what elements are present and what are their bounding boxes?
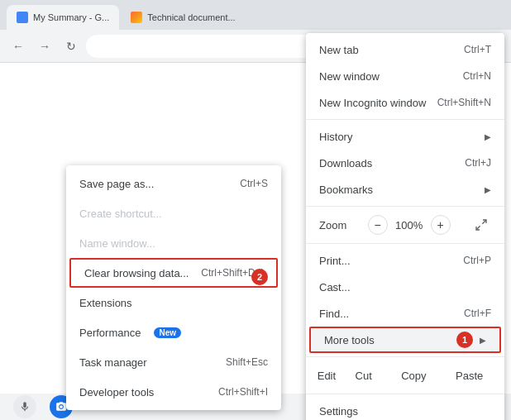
paste-button[interactable]: Paste: [442, 366, 496, 385]
menu-item-history[interactable]: History ▶: [306, 123, 504, 150]
submenu-performance-left: Performance New: [79, 327, 181, 339]
back-icon: ←: [12, 40, 24, 53]
copy-button[interactable]: Copy: [388, 366, 439, 385]
menu-divider-2: [306, 206, 504, 207]
menu-label-settings: Settings: [319, 405, 358, 418]
tab-bar: My Summary - G... Technical document...: [0, 0, 511, 30]
menu-divider-4: [306, 356, 504, 357]
menu-divider-1: [306, 119, 504, 120]
menu-shortcut-find: Ctrl+F: [464, 308, 491, 319]
submenu-item-create-shortcut[interactable]: Create shortcut...: [66, 198, 281, 228]
menu-item-downloads[interactable]: Downloads Ctrl+J: [306, 150, 504, 176]
submenu-label-clear-browsing: Clear browsing data...: [84, 267, 189, 279]
performance-new-badge: New: [154, 327, 181, 338]
menu-label-print: Print...: [319, 255, 351, 267]
menu-item-bookmarks[interactable]: Bookmarks ▶: [306, 176, 504, 203]
clear-browsing-badge: 2: [251, 269, 268, 285]
submenu-shortcut-task-manager: Shift+Esc: [226, 356, 268, 368]
reload-icon: ↻: [66, 40, 76, 53]
submenu-label-create-shortcut: Create shortcut...: [79, 208, 162, 220]
menu-label-bookmarks: Bookmarks: [319, 184, 373, 196]
menu-shortcut-new-tab: Ctrl+T: [464, 44, 491, 55]
chrome-menu: New tab Ctrl+T New window Ctrl+N New Inc…: [306, 33, 504, 420]
menu-shortcut-new-window: Ctrl+N: [463, 70, 491, 82]
zoom-row: Zoom − 100% +: [306, 210, 504, 240]
menu-divider-5: [306, 394, 504, 394]
submenu-item-developer-tools[interactable]: Developer tools Ctrl+Shift+I: [66, 377, 281, 407]
submenu-label-name-window: Name window...: [79, 237, 155, 250]
submenu-label-performance: Performance: [79, 327, 141, 339]
menu-item-cast[interactable]: Cast...: [306, 274, 504, 300]
submenu-label-developer-tools: Developer tools: [79, 386, 154, 399]
zoom-fullscreen-button[interactable]: [471, 215, 491, 235]
zoom-controls: − 100% +: [368, 215, 451, 235]
back-button[interactable]: ←: [7, 35, 30, 58]
submenu-shortcut-developer-tools: Ctrl+Shift+I: [218, 386, 268, 398]
browser-frame: My Summary - G... Technical document... …: [0, 0, 511, 420]
menu-label-new-window: New window: [319, 70, 380, 83]
forward-icon: →: [39, 40, 50, 53]
mic-button[interactable]: [13, 395, 36, 418]
edit-row: Edit Cut Copy Paste: [306, 360, 504, 390]
menu-arrow-bookmarks: ▶: [485, 185, 491, 194]
menu-shortcut-new-incognito: Ctrl+Shift+N: [437, 97, 491, 108]
tab-2[interactable]: Technical document...: [121, 5, 245, 30]
menu-item-find[interactable]: Find... Ctrl+F: [306, 300, 504, 327]
svg-line-4: [476, 226, 480, 230]
menu-arrow-history: ▶: [485, 132, 491, 141]
submenu-label-extensions: Extensions: [79, 297, 132, 309]
tab-1-favicon: [17, 12, 28, 23]
menu-arrow-more-tools: ▶: [480, 336, 486, 345]
tab-1-title: My Summary - G...: [33, 12, 109, 22]
submenu-label-save-page: Save page as...: [79, 178, 154, 190]
submenu-item-task-manager[interactable]: Task manager Shift+Esc: [66, 347, 281, 377]
submenu-item-extensions[interactable]: Extensions: [66, 288, 281, 317]
menu-divider-3: [306, 243, 504, 244]
submenu-shortcut-save-page: Ctrl+S: [240, 178, 268, 189]
submenu-item-performance[interactable]: Performance New: [66, 317, 281, 347]
zoom-value: 100%: [391, 219, 427, 231]
menu-item-more-tools[interactable]: More tools 1 ▶: [309, 327, 501, 353]
menu-item-new-tab[interactable]: New tab Ctrl+T: [306, 36, 504, 63]
forward-button[interactable]: →: [33, 35, 56, 58]
svg-line-3: [482, 220, 486, 224]
submenu-item-clear-browsing[interactable]: Clear browsing data... Ctrl+Shift+Del 2: [69, 258, 278, 288]
submenu-item-name-window[interactable]: Name window...: [66, 228, 281, 258]
zoom-plus-button[interactable]: +: [431, 215, 451, 235]
edit-label: Edit: [314, 370, 339, 382]
more-tools-badge: 1: [456, 332, 473, 348]
menu-label-history: History: [319, 131, 352, 143]
menu-label-downloads: Downloads: [319, 157, 372, 169]
menu-label-new-incognito: New Incognito window: [319, 97, 426, 109]
menu-shortcut-downloads: Ctrl+J: [465, 157, 491, 169]
menu-label-find: Find...: [319, 308, 349, 320]
submenu-label-task-manager: Task manager: [79, 356, 147, 369]
tab-1[interactable]: My Summary - G...: [7, 5, 119, 30]
menu-item-settings[interactable]: Settings: [306, 398, 504, 420]
zoom-label: Zoom: [319, 219, 346, 231]
menu-label-more-tools: More tools: [324, 334, 375, 346]
tab-2-favicon: [131, 12, 142, 23]
cut-button[interactable]: Cut: [342, 366, 385, 385]
svg-point-2: [60, 405, 63, 408]
menu-shortcut-print: Ctrl+P: [463, 255, 491, 266]
menu-label-cast: Cast...: [319, 281, 351, 294]
menu-label-new-tab: New tab: [319, 44, 359, 56]
submenu-item-save-page[interactable]: Save page as... Ctrl+S: [66, 169, 281, 198]
menu-item-new-window[interactable]: New window Ctrl+N: [306, 63, 504, 89]
menu-item-print[interactable]: Print... Ctrl+P: [306, 247, 504, 274]
more-tools-submenu: Save page as... Ctrl+S Create shortcut..…: [66, 165, 281, 410]
menu-item-new-incognito[interactable]: New Incognito window Ctrl+Shift+N: [306, 89, 504, 116]
reload-button[interactable]: ↻: [60, 35, 83, 58]
zoom-minus-button[interactable]: −: [368, 215, 388, 235]
tab-2-title: Technical document...: [147, 12, 235, 22]
